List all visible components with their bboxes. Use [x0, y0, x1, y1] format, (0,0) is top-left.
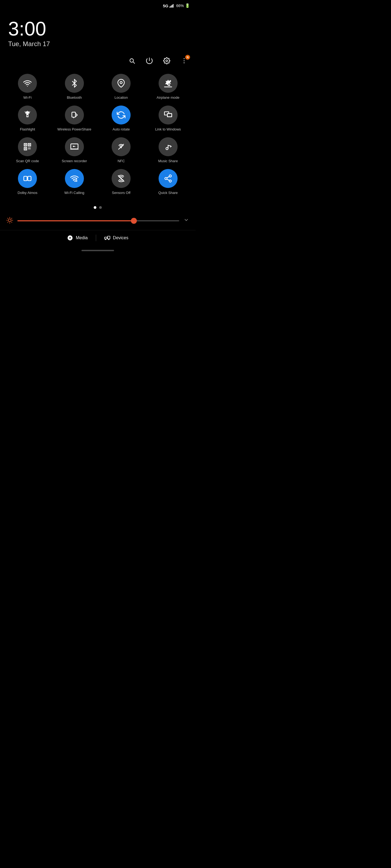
- dolby-icon: [23, 174, 32, 183]
- tile-link-windows[interactable]: Link to Windows: [146, 105, 190, 132]
- tile-wifi-calling[interactable]: Wi-Fi Calling: [52, 169, 97, 195]
- tile-autorotate[interactable]: Auto rotate: [99, 105, 143, 132]
- tile-link-windows-circle: [159, 105, 177, 124]
- brightness-thumb[interactable]: [131, 218, 137, 224]
- tile-scan-qr-circle: [18, 137, 37, 156]
- tile-music-share-circle: [159, 137, 177, 156]
- chevron-down-icon: [184, 217, 189, 223]
- tile-autorotate-label: Auto rotate: [112, 127, 130, 132]
- wireless-powershare-icon: [70, 111, 79, 119]
- brightness-expand-button[interactable]: [184, 217, 189, 224]
- battery-percent: 66%: [176, 3, 184, 8]
- tile-nfc[interactable]: NFC: [99, 137, 143, 163]
- svg-point-2: [184, 60, 185, 61]
- svg-line-7: [25, 112, 26, 113]
- quick-share-icon: [164, 174, 172, 183]
- svg-line-8: [29, 112, 30, 113]
- tile-location[interactable]: Location: [99, 74, 143, 100]
- tile-airplane-label: Airplane mode: [157, 95, 179, 100]
- sensors-off-icon: [117, 174, 125, 183]
- svg-rect-24: [29, 148, 30, 149]
- location-icon: [117, 79, 125, 88]
- page-dot-1[interactable]: [94, 206, 96, 209]
- tile-wireless-powershare[interactable]: Wireless PowerShare: [52, 105, 97, 132]
- tile-location-label: Location: [115, 95, 128, 100]
- tile-wifi-circle: [18, 74, 37, 93]
- tile-sensors-off[interactable]: Sensors Off: [99, 169, 143, 195]
- tile-quick-share[interactable]: Quick Share: [146, 169, 190, 195]
- tile-quick-share-label: Quick Share: [158, 191, 178, 195]
- tile-airplane-circle: [159, 74, 177, 93]
- tile-wifi-calling-label: Wi-Fi Calling: [64, 191, 84, 195]
- svg-rect-26: [30, 147, 31, 148]
- brightness-fill: [18, 220, 134, 221]
- toolbar: N: [0, 51, 196, 71]
- tile-scan-qr[interactable]: Scan QR code: [5, 137, 50, 163]
- devices-icon: [104, 235, 110, 241]
- tile-sensors-off-label: Sensors Off: [112, 191, 130, 195]
- tile-wifi-calling-circle: [65, 169, 84, 188]
- power-button[interactable]: [144, 56, 154, 66]
- tile-music-share-label: Music Share: [158, 159, 178, 163]
- tile-bluetooth-circle: [65, 74, 84, 93]
- pagination: [0, 201, 196, 214]
- brightness-slider[interactable]: [18, 220, 179, 221]
- tile-wireless-powershare-circle: [65, 105, 84, 124]
- airplane-icon: [164, 79, 172, 88]
- svg-point-4: [120, 82, 122, 84]
- gear-icon: [163, 57, 170, 64]
- tile-scan-qr-label: Scan QR code: [16, 159, 39, 163]
- media-label: Media: [76, 236, 88, 240]
- tile-bluetooth[interactable]: Bluetooth: [52, 74, 97, 100]
- tile-autorotate-circle: [112, 105, 131, 124]
- page-dot-2[interactable]: [99, 206, 102, 209]
- sun-icon: [6, 217, 13, 223]
- svg-rect-52: [105, 237, 107, 239]
- tile-music-share[interactable]: Music Share: [146, 137, 190, 163]
- devices-button[interactable]: Devices: [104, 235, 129, 241]
- tile-dolby-atmos-circle: [18, 169, 37, 188]
- tile-flashlight[interactable]: Flashlight: [5, 105, 50, 132]
- svg-line-45: [11, 222, 12, 222]
- svg-point-3: [184, 62, 185, 63]
- tile-dolby-atmos[interactable]: Dolby Atmos: [5, 169, 50, 195]
- svg-rect-32: [24, 176, 27, 181]
- bluetooth-icon: [70, 79, 79, 88]
- tile-nfc-label: NFC: [118, 159, 125, 163]
- tile-bluetooth-label: Bluetooth: [67, 95, 82, 100]
- play-icon: [67, 235, 73, 241]
- svg-line-40: [167, 176, 169, 178]
- search-button[interactable]: [127, 56, 137, 66]
- nfc-icon: [117, 143, 125, 151]
- notification-badge: N: [185, 55, 190, 60]
- media-button[interactable]: Media: [67, 235, 88, 241]
- svg-point-6: [27, 115, 28, 116]
- flashlight-icon: [23, 111, 32, 119]
- svg-rect-25: [30, 148, 31, 149]
- tile-screen-recorder[interactable]: Screen recorder: [52, 137, 97, 163]
- tile-airplane[interactable]: Airplane mode: [146, 74, 190, 100]
- svg-rect-10: [72, 112, 75, 117]
- bottom-bar-divider: [96, 235, 96, 241]
- more-button[interactable]: N: [179, 56, 189, 66]
- svg-rect-33: [28, 176, 31, 181]
- svg-point-0: [166, 60, 168, 62]
- svg-rect-53: [108, 236, 110, 239]
- tile-sensors-off-circle: [112, 169, 131, 188]
- svg-rect-19: [29, 144, 30, 145]
- brightness-row: [0, 214, 196, 227]
- wifi-calling-icon: [70, 174, 79, 183]
- status-bar: 5G 66% 🔋: [0, 0, 196, 8]
- search-icon: [129, 57, 136, 64]
- settings-button[interactable]: [162, 56, 172, 66]
- wifi-icon: [23, 79, 32, 88]
- clock-date: Tue, March 17: [8, 40, 187, 48]
- tile-wireless-powershare-label: Wireless PowerShare: [57, 127, 91, 132]
- tile-wifi[interactable]: Wi-Fi: [5, 74, 50, 100]
- svg-rect-21: [28, 147, 29, 148]
- svg-rect-23: [28, 148, 29, 149]
- tile-wifi-label: Wi-Fi: [23, 95, 31, 100]
- power-icon: [146, 57, 153, 64]
- home-indicator[interactable]: [81, 250, 114, 251]
- svg-rect-22: [29, 147, 30, 148]
